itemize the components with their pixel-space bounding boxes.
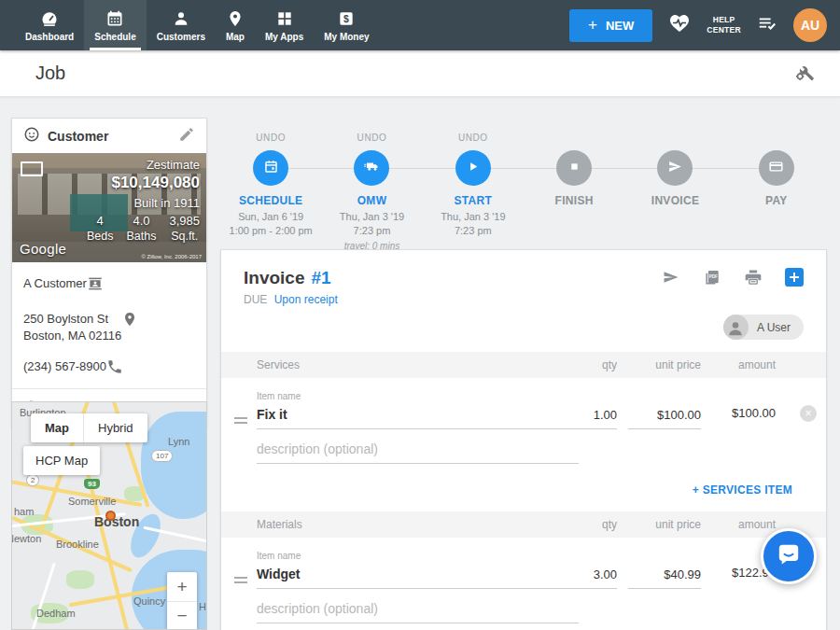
new-button-label: NEW bbox=[606, 19, 634, 33]
heart-pulse-icon[interactable] bbox=[668, 12, 691, 38]
top-nav: Dashboard Schedule Customers Map My Apps… bbox=[0, 0, 840, 50]
send-icon bbox=[666, 158, 684, 179]
google-watermark: Google bbox=[20, 241, 66, 257]
step-date: Thu, Jan 3 '19 7:23 pm travel: 0 mins bbox=[340, 210, 404, 253]
service-description-input[interactable] bbox=[257, 439, 579, 464]
service-qty-input[interactable] bbox=[552, 405, 617, 429]
pdf-icon[interactable]: PDF bbox=[703, 268, 721, 287]
zoom-in-button[interactable]: + bbox=[167, 572, 197, 601]
invoice-number[interactable]: #1 bbox=[311, 268, 330, 288]
assignee-chip[interactable]: A User bbox=[723, 315, 804, 340]
material-qty-input[interactable] bbox=[552, 565, 617, 589]
unit-price-header: unit price bbox=[628, 518, 701, 531]
nav-label: Customers bbox=[157, 32, 205, 42]
services-section-header: Services qty unit price amount bbox=[221, 352, 826, 378]
nav-item-schedule[interactable]: Schedule bbox=[84, 0, 146, 50]
due-value-link[interactable]: Upon receipt bbox=[274, 293, 338, 306]
print-icon[interactable] bbox=[744, 268, 763, 287]
map-type-hybrid-button[interactable]: Hybrid bbox=[83, 413, 147, 442]
hcp-map-button[interactable]: HCP Map bbox=[23, 446, 100, 475]
material-unit-price-input[interactable] bbox=[628, 565, 701, 589]
map-label-lynn: Lynn bbox=[168, 436, 189, 447]
contact-card-icon[interactable] bbox=[87, 275, 104, 296]
zestimate-label: Zestimate bbox=[87, 158, 200, 172]
step-date-line1: Thu, Jan 3 '19 bbox=[340, 210, 404, 224]
pay-step-button[interactable] bbox=[759, 150, 794, 186]
step-date-line1: Thu, Jan 3 '19 bbox=[441, 210, 505, 224]
route-93-badge: 93 bbox=[84, 479, 100, 489]
map-label-newton: Newton bbox=[11, 533, 41, 544]
nav-item-my-money[interactable]: $ My Money bbox=[314, 0, 379, 50]
map-type-map-button[interactable]: Map bbox=[31, 413, 83, 442]
step-label: INVOICE bbox=[651, 194, 699, 207]
step-label: FINISH bbox=[555, 194, 594, 207]
task-list-icon[interactable] bbox=[757, 13, 777, 37]
add-service-item-link[interactable]: + SERVICES ITEM bbox=[693, 483, 792, 497]
timeline-step-start: UNDO START Thu, Jan 3 '19 7:23 pm bbox=[423, 123, 524, 253]
material-name-input[interactable] bbox=[257, 564, 552, 589]
undo-start-link[interactable]: UNDO bbox=[458, 133, 488, 144]
location-pin-icon[interactable] bbox=[121, 311, 138, 331]
chat-launcher-button[interactable] bbox=[761, 528, 817, 584]
job-settings-button[interactable] bbox=[793, 61, 816, 87]
nav-item-my-apps[interactable]: My Apps bbox=[255, 0, 314, 50]
service-item-row: Item name $100.00 × bbox=[221, 378, 826, 429]
delete-service-item-button[interactable]: × bbox=[800, 405, 817, 422]
map-label-brookline: Brookline bbox=[56, 539, 99, 550]
sqft-fact: 3,985 Sq.ft. bbox=[169, 214, 200, 243]
drag-handle[interactable] bbox=[234, 577, 247, 586]
job-location-marker[interactable] bbox=[105, 511, 116, 521]
zoom-out-button[interactable]: − bbox=[167, 601, 197, 630]
map-label-somerville: Somerville bbox=[68, 496, 116, 507]
edit-customer-button[interactable] bbox=[178, 126, 195, 147]
map-widget[interactable]: Burlington Lynn 107 2 93 Somerville ham … bbox=[11, 401, 207, 630]
map-label-boston: Boston bbox=[94, 514, 139, 529]
nav-item-customers[interactable]: Customers bbox=[147, 0, 216, 50]
customer-name-row: A Customer bbox=[23, 268, 195, 303]
material-description-row bbox=[221, 589, 826, 623]
section-title: Services bbox=[257, 358, 552, 371]
omw-step-button[interactable] bbox=[354, 150, 389, 186]
nav-label: Dashboard bbox=[25, 32, 74, 42]
undo-schedule-link[interactable]: UNDO bbox=[256, 133, 286, 144]
invoice-step-button[interactable] bbox=[657, 150, 693, 186]
step-date-line2: 7:23 pm bbox=[441, 224, 505, 238]
add-invoice-icon[interactable] bbox=[785, 268, 804, 287]
user-avatar[interactable]: AU bbox=[793, 8, 827, 42]
send-invoice-icon[interactable] bbox=[662, 268, 680, 287]
nav-item-dashboard[interactable]: Dashboard bbox=[15, 0, 84, 50]
add-material-row: + MATERIALS ITEM bbox=[221, 623, 826, 630]
finish-step-button[interactable] bbox=[556, 150, 592, 186]
timeline-step-schedule: UNDO SCHEDULE Sun, Jan 6 '19 1:00 pm - 2… bbox=[220, 123, 321, 253]
property-photo[interactable]: Zestimate $10,149,080 Built in 1911 4 Be… bbox=[12, 153, 206, 262]
schedule-step-button[interactable] bbox=[253, 150, 288, 186]
new-button[interactable]: + NEW bbox=[569, 9, 652, 42]
nav-label: My Money bbox=[324, 32, 369, 42]
nav-item-map[interactable]: Map bbox=[216, 0, 255, 50]
beds-fact: 4 Beds bbox=[87, 214, 114, 243]
step-date-line2: 1:00 pm - 2:00 pm bbox=[230, 224, 313, 238]
amount-header: amount bbox=[712, 358, 776, 371]
address-line2: Boston, MA 02116 bbox=[23, 328, 121, 344]
service-unit-price-input[interactable] bbox=[628, 405, 701, 429]
built-year: Built in 1911 bbox=[87, 196, 200, 210]
customer-card: Customer Zestimate $10,149,080 Built in … bbox=[11, 118, 207, 428]
map-label-hingham: Hi bbox=[199, 601, 207, 612]
start-step-button[interactable] bbox=[455, 150, 491, 186]
step-date-line2: 7:23 pm bbox=[340, 224, 404, 238]
service-name-input[interactable] bbox=[257, 404, 552, 429]
drag-handle[interactable] bbox=[234, 417, 247, 427]
app-screen: Dashboard Schedule Customers Map My Apps… bbox=[0, 0, 840, 630]
material-item-row: Item name $122.97 bbox=[221, 538, 826, 589]
section-title: Materials bbox=[257, 518, 552, 531]
help-center-link[interactable]: HELP CENTER bbox=[707, 15, 741, 35]
map-label-waltham: ham bbox=[14, 506, 34, 517]
phone-icon[interactable] bbox=[106, 358, 123, 379]
timeline-step-finish: FINISH bbox=[524, 123, 624, 253]
undo-omw-link[interactable]: UNDO bbox=[357, 133, 387, 144]
material-description-input[interactable] bbox=[257, 598, 579, 623]
zestimate-value: $10,149,080 bbox=[87, 174, 200, 192]
customer-card-header: Customer bbox=[12, 119, 206, 153]
nav-label: Schedule bbox=[94, 32, 135, 42]
apps-grid-icon bbox=[275, 9, 294, 28]
